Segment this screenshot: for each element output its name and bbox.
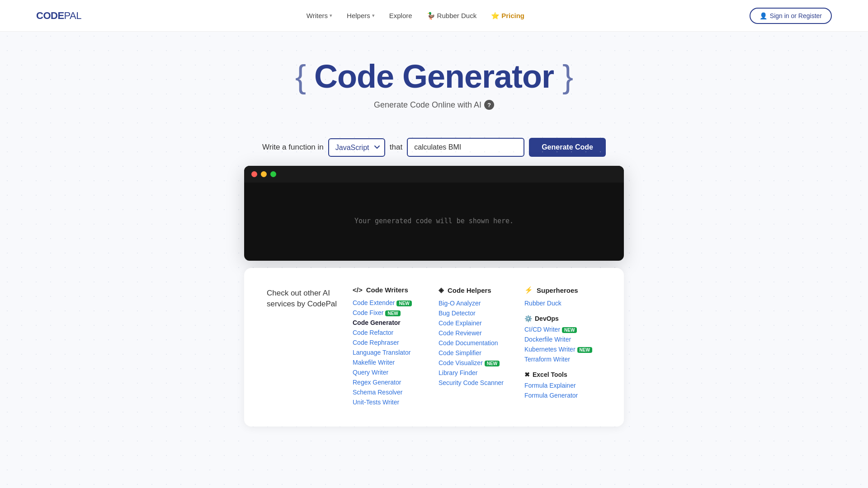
list-item[interactable]: Dockerfile Writer (524, 336, 601, 343)
code-writers-icon: </> (353, 286, 363, 294)
list-item[interactable]: Big-O Analyzer (439, 300, 515, 307)
col-header-superheroes: ⚡ Superheroes (524, 286, 601, 294)
list-item[interactable]: Code Rephraser (353, 339, 429, 346)
user-icon: 👤 (760, 12, 767, 19)
superheroes-icon: ⚡ (524, 286, 533, 294)
hero-section: { Code Generator } Generate Code Online … (0, 32, 868, 123)
hero-title: { Code Generator } (0, 59, 868, 94)
list-item[interactable]: CI/CD WriterNEW (524, 326, 601, 333)
list-item[interactable]: Code Simplifier (439, 349, 515, 357)
list-item[interactable]: Kubernetes WriterNEW (524, 346, 601, 353)
nav-helpers[interactable]: Helpers ▾ (347, 12, 375, 19)
form-label-after: that (390, 143, 402, 152)
list-item[interactable]: Query Writer (353, 369, 429, 376)
col-header-excel: ✖ Excel Tools (524, 371, 601, 378)
brace-close: } (562, 58, 573, 94)
list-item[interactable]: Code Documentation (439, 339, 515, 347)
rubber-duck-emoji: 🦆 (427, 12, 435, 20)
superheroes-list: Rubber Duck (524, 300, 601, 307)
list-item[interactable]: Security Code Scanner (439, 379, 515, 386)
col-header-writers: </> Code Writers (353, 286, 429, 294)
services-section: Check out other AI services by CodePal <… (0, 268, 868, 454)
list-item[interactable]: Schema Resolver (353, 389, 429, 396)
code-writers-list: Code ExtenderNEWCode FixerNEWCode Genera… (353, 299, 429, 406)
code-helpers-icon: ◈ (439, 286, 444, 294)
navbar: CODEPAL Writers ▾ Helpers ▾ Explore 🦆 Ru… (0, 0, 868, 32)
excel-list: Formula ExplainerFormula Generator (524, 382, 601, 399)
list-item[interactable]: Code ExtenderNEW (353, 299, 429, 306)
window-dot-yellow (261, 171, 267, 177)
list-item[interactable]: Language Translator (353, 349, 429, 356)
code-window: Your generated code will be shown here. (244, 166, 624, 261)
list-item[interactable]: Code Explainer (439, 319, 515, 327)
code-window-titlebar (244, 166, 624, 183)
hero-title-text: Code Generator (314, 58, 554, 94)
list-item[interactable]: Regex Generator (353, 379, 429, 386)
col-header-helpers: ◈ Code Helpers (439, 286, 515, 294)
excel-icon: ✖ (524, 371, 530, 378)
list-item[interactable]: Code FixerNEW (353, 309, 429, 316)
list-item[interactable]: Formula Explainer (524, 382, 601, 389)
list-item[interactable]: Unit-Tests Writer (353, 399, 429, 406)
window-dot-green (270, 171, 276, 177)
generate-button[interactable]: Generate Code (529, 138, 606, 157)
list-item[interactable]: Bug Detector (439, 310, 515, 317)
nav-links: Writers ▾ Helpers ▾ Explore 🦆 Rubber Duc… (307, 12, 524, 20)
signin-button[interactable]: 👤 Sign in or Register (750, 8, 832, 24)
help-icon[interactable]: ? (484, 100, 494, 110)
writers-chevron-icon: ▾ (330, 13, 332, 19)
nav-pricing[interactable]: ⭐ Pricing (491, 12, 524, 20)
list-item[interactable]: Terraform Writer (524, 356, 601, 363)
window-dot-red (251, 171, 257, 177)
hero-subtitle: Generate Code Online with AI ? (0, 100, 868, 110)
list-item[interactable]: Code Refactor (353, 329, 429, 336)
pricing-emoji: ⭐ (491, 12, 500, 20)
code-output: Your generated code will be shown here. (244, 183, 624, 259)
col-code-writers: </> Code Writers Code ExtenderNEWCode Fi… (353, 286, 429, 408)
col-code-helpers: ◈ Code Helpers Big-O AnalyzerBug Detecto… (439, 286, 515, 408)
code-helpers-list: Big-O AnalyzerBug DetectorCode Explainer… (439, 300, 515, 386)
form-label-before: Write a function in (262, 143, 324, 152)
nav-rubber-duck[interactable]: 🦆 Rubber Duck (427, 12, 477, 20)
function-input[interactable] (407, 138, 524, 157)
nav-explore[interactable]: Explore (389, 12, 412, 19)
logo-pal: PAL (64, 10, 81, 21)
services-columns: </> Code Writers Code ExtenderNEWCode Fi… (353, 286, 601, 408)
col-right: ⚡ Superheroes Rubber Duck ⚙️ DevOps CI/C… (524, 286, 601, 408)
list-item[interactable]: Code Reviewer (439, 329, 515, 337)
nav-writers[interactable]: Writers ▾ (307, 12, 332, 19)
logo[interactable]: CODEPAL (36, 10, 81, 22)
services-card: Check out other AI services by CodePal <… (244, 268, 624, 427)
devops-list: CI/CD WriterNEWDockerfile WriterKubernet… (524, 326, 601, 363)
devops-icon: ⚙️ (524, 315, 532, 322)
code-window-container: Your generated code will be shown here. (0, 166, 868, 261)
logo-code: CODE (36, 10, 64, 21)
list-item[interactable]: Library Finder (439, 369, 515, 376)
generator-form: Write a function in JavaScriptPythonJava… (0, 138, 868, 157)
list-item[interactable]: Makefile Writer (353, 359, 429, 366)
list-item[interactable]: Rubber Duck (524, 300, 601, 307)
helpers-chevron-icon: ▾ (372, 13, 375, 19)
list-item[interactable]: Code VisualizerNEW (439, 359, 515, 366)
list-item[interactable]: Code Generator (353, 319, 429, 326)
brace-open: { (295, 58, 306, 94)
list-item[interactable]: Formula Generator (524, 392, 601, 399)
services-intro-text: Check out other AI services by CodePal (267, 286, 339, 408)
language-select[interactable]: JavaScriptPythonJavaC++C#TypeScriptGoRus… (328, 138, 385, 157)
col-header-devops: ⚙️ DevOps (524, 315, 601, 322)
